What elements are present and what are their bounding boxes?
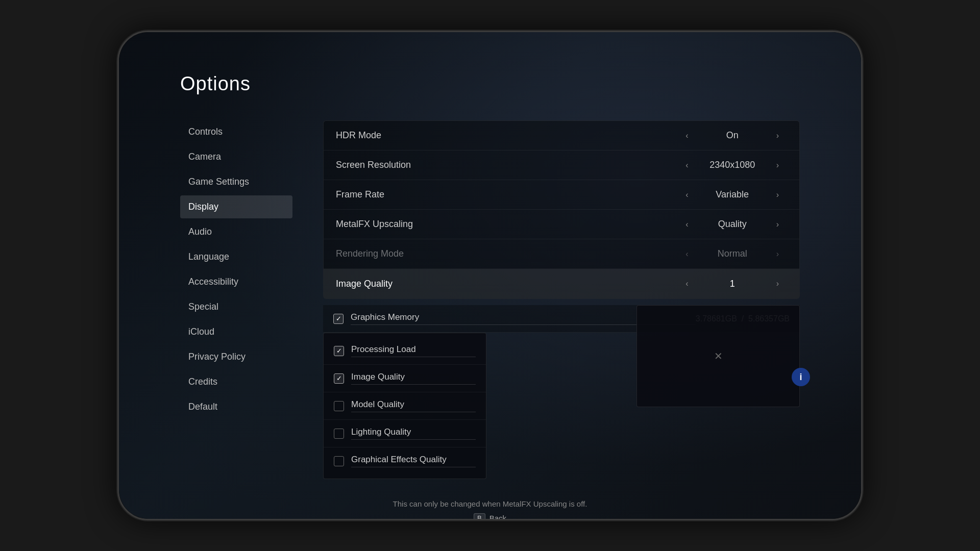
sidebar-item-default[interactable]: Default <box>180 395 292 418</box>
image-quality-arrow-left[interactable]: ‹ <box>685 279 688 288</box>
image-quality-value: 1 <box>697 279 768 289</box>
lighting-quality-label: Lighting Quality <box>351 427 476 440</box>
info-panel: ✕ <box>636 305 800 407</box>
rendering-mode-value: Normal <box>697 248 768 259</box>
bottom-info-text: This can only be changed when MetalFX Up… <box>180 499 800 508</box>
back-text[interactable]: Back <box>489 514 506 519</box>
metalfx-upscaling-row[interactable]: MetalFX Upscaling ‹ Quality › <box>324 210 799 239</box>
page-title: Options <box>180 73 800 95</box>
graphical-effects-quality-label: Graphical Effects Quality <box>351 455 476 467</box>
lighting-quality-checkbox[interactable] <box>334 429 344 439</box>
hdr-mode-label: HDR Mode <box>336 130 677 141</box>
hdr-mode-arrow-left[interactable]: ‹ <box>685 131 688 140</box>
right-panel: HDR Mode ‹ On › Screen Resolution ‹ 2340… <box>323 120 800 479</box>
close-icon: ✕ <box>714 350 723 362</box>
metalfx-upscaling-label: MetalFX Upscaling <box>336 219 677 230</box>
model-quality-checkbox[interactable] <box>334 401 344 411</box>
sidebar-item-accessibility[interactable]: Accessibility <box>180 270 292 293</box>
frame-rate-row[interactable]: Frame Rate ‹ Variable › <box>324 180 799 210</box>
back-control: B Back <box>180 513 800 519</box>
phone-frame: Options Controls Camera Game Settings Di… <box>117 31 863 520</box>
sidebar-item-camera[interactable]: Camera <box>180 145 292 168</box>
sidebar-item-special[interactable]: Special <box>180 295 292 318</box>
rendering-mode-arrow-left[interactable]: ‹ <box>685 249 688 259</box>
checkboxes-and-info: ✓ Processing Load ✓ Image Quality <box>323 333 800 479</box>
screen-resolution-label: Screen Resolution <box>336 160 677 170</box>
hdr-mode-arrow-right[interactable]: › <box>776 131 779 140</box>
rendering-mode-label: Rendering Mode <box>336 248 677 259</box>
rendering-mode-row[interactable]: Rendering Mode ‹ Normal › <box>324 239 799 269</box>
info-button[interactable]: i <box>792 368 810 386</box>
model-quality-label: Model Quality <box>351 399 476 412</box>
dropdown-area: ✓ Graphics Memory 3.78681GB / 5.86357GB <box>323 305 800 479</box>
frame-rate-arrow-left[interactable]: ‹ <box>685 190 688 199</box>
screen-resolution-arrow-right[interactable]: › <box>776 161 779 170</box>
sidebar-item-privacy-policy[interactable]: Privacy Policy <box>180 345 292 368</box>
model-quality-row[interactable]: Model Quality <box>324 392 486 420</box>
image-quality-arrow-right[interactable]: › <box>776 279 779 288</box>
image-quality-cb-label: Image Quality <box>351 372 476 385</box>
sidebar-item-icloud[interactable]: iCloud <box>180 320 292 343</box>
image-quality-label: Image Quality <box>336 279 677 289</box>
phone-screen: Options Controls Camera Game Settings Di… <box>119 32 861 519</box>
processing-load-row[interactable]: ✓ Processing Load <box>324 337 486 365</box>
metalfx-upscaling-arrow-left[interactable]: ‹ <box>685 220 688 229</box>
bottom-bar: This can only be changed when MetalFX Up… <box>180 499 800 519</box>
image-quality-checkbox[interactable]: ✓ <box>334 373 344 384</box>
sidebar-item-credits[interactable]: Credits <box>180 370 292 393</box>
checkmark-icon: ✓ <box>336 347 342 355</box>
screen-resolution-row[interactable]: Screen Resolution ‹ 2340x1080 › <box>324 151 799 180</box>
graphical-effects-quality-checkbox[interactable] <box>334 456 344 466</box>
checkboxes-panel: ✓ Processing Load ✓ Image Quality <box>323 333 486 479</box>
image-quality-row[interactable]: Image Quality ‹ 1 › <box>324 269 799 298</box>
graphics-memory-checkbox[interactable]: ✓ <box>333 314 344 324</box>
sidebar: Controls Camera Game Settings Display Au… <box>180 120 292 479</box>
content-area: Options Controls Camera Game Settings Di… <box>119 32 861 519</box>
sidebar-item-audio[interactable]: Audio <box>180 220 292 243</box>
lighting-quality-row[interactable]: Lighting Quality <box>324 420 486 447</box>
back-key-label: B <box>474 513 485 519</box>
checkmark-icon: ✓ <box>336 374 342 382</box>
image-quality-cb-row[interactable]: ✓ Image Quality <box>324 365 486 392</box>
frame-rate-arrow-right[interactable]: › <box>776 190 779 199</box>
screen-resolution-arrow-left[interactable]: ‹ <box>685 161 688 170</box>
checkmark-icon: ✓ <box>336 315 341 322</box>
processing-load-label: Processing Load <box>351 344 476 357</box>
metalfx-upscaling-value: Quality <box>697 219 768 230</box>
hdr-mode-row[interactable]: HDR Mode ‹ On › <box>324 121 799 151</box>
screen-resolution-value: 2340x1080 <box>697 160 768 170</box>
sidebar-item-controls[interactable]: Controls <box>180 120 292 143</box>
frame-rate-value: Variable <box>697 189 768 200</box>
sidebar-item-game-settings[interactable]: Game Settings <box>180 170 292 193</box>
sidebar-item-language[interactable]: Language <box>180 245 292 268</box>
main-layout: Controls Camera Game Settings Display Au… <box>180 120 800 479</box>
sidebar-item-display[interactable]: Display <box>180 195 292 218</box>
metalfx-upscaling-arrow-right[interactable]: › <box>776 220 779 229</box>
frame-rate-label: Frame Rate <box>336 189 677 200</box>
power-button <box>861 160 863 206</box>
hdr-mode-value: On <box>697 130 768 141</box>
settings-table: HDR Mode ‹ On › Screen Resolution ‹ 2340… <box>323 120 800 299</box>
graphical-effects-quality-row[interactable]: Graphical Effects Quality <box>324 447 486 474</box>
rendering-mode-arrow-right[interactable]: › <box>776 249 779 259</box>
processing-load-checkbox[interactable]: ✓ <box>334 346 344 356</box>
